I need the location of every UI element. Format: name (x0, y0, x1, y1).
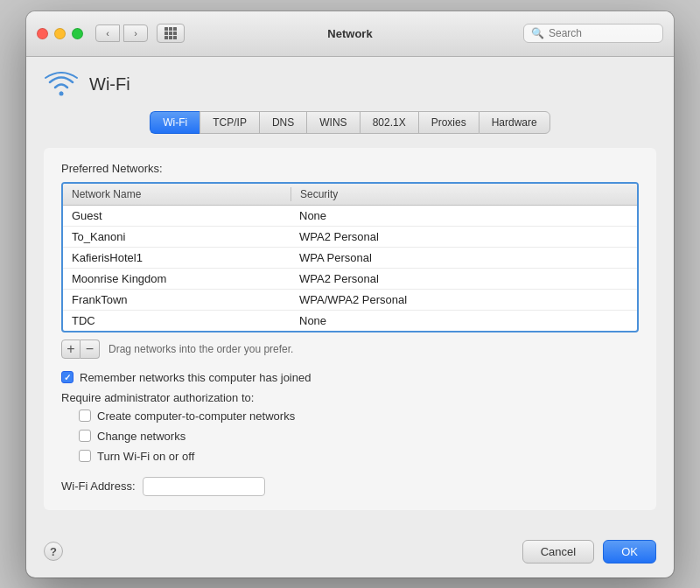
wifi-header: Wi-Fi (44, 71, 656, 99)
admin-option-2-row: Turn Wi-Fi on or off (79, 450, 639, 463)
search-input[interactable] (549, 27, 655, 39)
titlebar: ‹ › Network 🔍 (26, 11, 674, 57)
admin-option-1-label: Change networks (97, 430, 186, 443)
forward-button[interactable]: › (123, 24, 148, 42)
tab-dns[interactable]: DNS (259, 111, 306, 134)
admin-option-0-label: Create computer-to-computer networks (97, 410, 295, 423)
network-name-0: Guest (63, 206, 290, 226)
content-area: Wi-Fi Wi-Fi TCP/IP DNS WINS 802.1X Proxi… (26, 57, 674, 528)
admin-option-0-checkbox[interactable] (79, 410, 91, 422)
wifi-panel: Preferred Networks: Network Name Securit… (44, 148, 656, 510)
table-row[interactable]: Guest None (63, 206, 637, 227)
tab-wifi[interactable]: Wi-Fi (150, 111, 200, 134)
network-security-0: None (290, 206, 637, 226)
admin-option-1-row: Change networks (79, 430, 639, 443)
tab-dot1x[interactable]: 802.1X (360, 111, 418, 134)
traffic-lights (37, 28, 83, 39)
footer: ? Cancel OK (26, 528, 674, 578)
admin-option-2-checkbox[interactable] (79, 450, 91, 462)
remember-networks-checkbox[interactable] (61, 371, 74, 383)
table-row[interactable]: TDC None (63, 311, 637, 331)
close-button[interactable] (37, 28, 48, 39)
search-box[interactable]: 🔍 (523, 24, 663, 43)
wifi-address-label: Wi-Fi Address: (61, 480, 136, 493)
table-row[interactable]: Moonrise Kingdom WPA2 Personal (63, 269, 637, 290)
add-network-button[interactable]: + (61, 340, 80, 359)
grid-button[interactable] (157, 24, 185, 43)
window-title: Network (327, 27, 372, 40)
nav-buttons: ‹ › (95, 24, 148, 42)
network-name-2: KafierisHotel1 (63, 248, 290, 268)
network-name-1: To_Kanoni (63, 227, 290, 247)
network-security-5: None (290, 311, 637, 331)
wifi-address-input[interactable] (143, 477, 265, 496)
admin-option-1-checkbox[interactable] (79, 430, 91, 442)
cancel-button[interactable]: Cancel (522, 540, 594, 564)
remove-network-button[interactable]: − (80, 340, 100, 359)
table-header: Network Name Security (63, 184, 637, 206)
table-row[interactable]: FrankTown WPA/WPA2 Personal (63, 290, 637, 311)
preferred-networks-label: Preferred Networks: (61, 162, 639, 175)
main-window: ‹ › Network 🔍 (26, 11, 674, 578)
wifi-title: Wi-Fi (89, 74, 130, 94)
network-security-3: WPA2 Personal (290, 269, 637, 289)
network-name-5: TDC (63, 311, 290, 331)
require-admin-label: Require administrator authorization to: (61, 391, 639, 404)
tab-tcpip[interactable]: TCP/IP (200, 111, 259, 134)
network-security-1: WPA2 Personal (290, 227, 637, 247)
network-security-2: WPA Personal (290, 248, 637, 268)
wifi-address-row: Wi-Fi Address: (61, 477, 639, 496)
admin-option-0-row: Create computer-to-computer networks (79, 410, 639, 423)
remember-networks-label: Remember networks this computer has join… (80, 371, 311, 384)
help-button[interactable]: ? (44, 542, 63, 561)
col-header-name: Network Name (63, 184, 290, 205)
network-table: Network Name Security Guest None To_Kano… (61, 182, 639, 332)
wifi-icon (44, 71, 79, 99)
minimize-button[interactable] (54, 28, 66, 39)
grid-icon (164, 27, 177, 39)
footer-buttons: Cancel OK (522, 540, 656, 564)
drag-hint: Drag networks into the order you prefer. (108, 343, 293, 355)
maximize-button[interactable] (72, 28, 83, 39)
table-row[interactable]: KafierisHotel1 WPA Personal (63, 248, 637, 269)
network-security-4: WPA/WPA2 Personal (290, 290, 637, 310)
admin-option-2-label: Turn Wi-Fi on or off (97, 450, 194, 463)
table-actions: + − Drag networks into the order you pre… (61, 340, 639, 359)
tab-wins[interactable]: WINS (306, 111, 359, 134)
remember-networks-row: Remember networks this computer has join… (61, 371, 639, 384)
search-icon: 🔍 (531, 27, 544, 39)
ok-button[interactable]: OK (603, 540, 656, 564)
tab-proxies[interactable]: Proxies (418, 111, 479, 134)
network-name-4: FrankTown (63, 290, 290, 310)
table-row[interactable]: To_Kanoni WPA2 Personal (63, 227, 637, 248)
back-button[interactable]: ‹ (95, 24, 120, 42)
admin-options: Create computer-to-computer networks Cha… (61, 410, 639, 463)
network-name-3: Moonrise Kingdom (63, 269, 290, 289)
col-header-security: Security (291, 184, 637, 205)
tab-hardware[interactable]: Hardware (479, 111, 550, 134)
svg-point-0 (60, 91, 64, 95)
tab-bar: Wi-Fi TCP/IP DNS WINS 802.1X Proxies Har… (44, 111, 656, 134)
